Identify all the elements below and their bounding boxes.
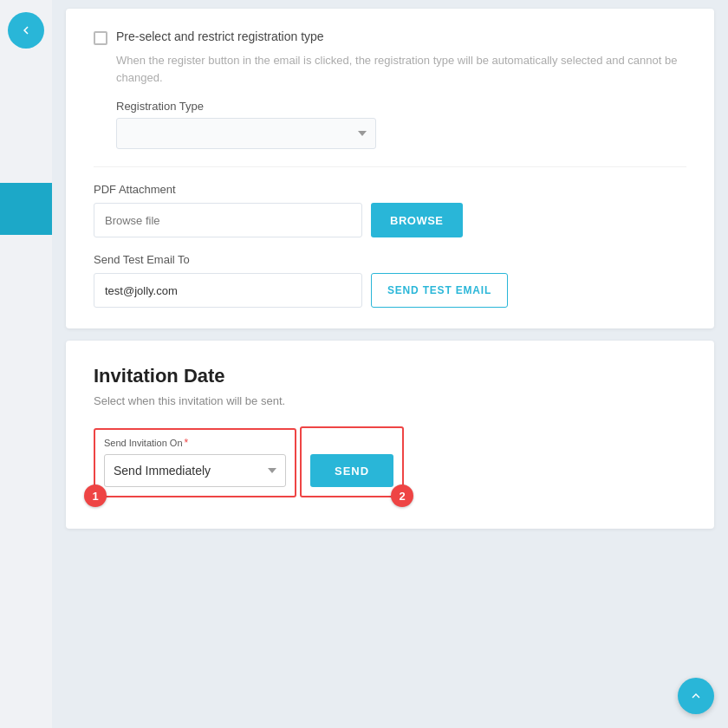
- browse-button[interactable]: BROWSE: [371, 203, 463, 237]
- pdf-label: PDF Attachment: [94, 183, 686, 196]
- preselect-row: Pre-select and restrict registration typ…: [94, 29, 686, 45]
- test-email-row: SEND TEST EMAIL: [94, 273, 686, 308]
- send-invitation-group: Send Invitation On * Send Immediately Sc…: [94, 426, 686, 497]
- required-star: *: [185, 437, 189, 449]
- send-btn-wrapper: SEND 2: [300, 426, 404, 497]
- send-on-select[interactable]: Send Immediately Schedule for later: [104, 454, 286, 487]
- reg-type-label: Registration Type: [116, 100, 686, 113]
- annotation-badge-1: 1: [84, 484, 107, 507]
- invitation-date-description: Select when this invitation will be sent…: [94, 394, 686, 407]
- pdf-attachment-section: PDF Attachment BROWSE: [94, 183, 686, 237]
- send-button[interactable]: SEND: [310, 454, 393, 487]
- preselect-checkbox[interactable]: [94, 31, 107, 45]
- sidebar: [0, 0, 52, 728]
- divider: [94, 166, 686, 167]
- send-on-label: Send Invitation On *: [104, 437, 286, 449]
- scroll-to-top-button[interactable]: [678, 678, 714, 714]
- annotation-badge-2: 2: [391, 484, 413, 507]
- sidebar-accent: [0, 183, 52, 235]
- back-button[interactable]: [8, 12, 44, 49]
- preselect-label: Pre-select and restrict registration typ…: [116, 29, 324, 43]
- send-on-field: Send Invitation On * Send Immediately Sc…: [94, 428, 296, 497]
- test-email-section: Send Test Email To SEND TEST EMAIL: [94, 253, 686, 308]
- test-email-label: Send Test Email To: [94, 253, 686, 266]
- main-content: Pre-select and restrict registration typ…: [52, 0, 728, 728]
- preselect-description: When the register button in the email is…: [116, 52, 686, 86]
- test-email-input[interactable]: [94, 273, 362, 308]
- invitation-date-title: Invitation Date: [94, 365, 686, 387]
- browse-input[interactable]: [94, 203, 362, 237]
- send-test-email-button[interactable]: SEND TEST EMAIL: [371, 273, 508, 308]
- settings-card: Pre-select and restrict registration typ…: [66, 9, 714, 328]
- invitation-date-card: Invitation Date Select when this invitat…: [66, 341, 714, 529]
- reg-type-select[interactable]: [116, 118, 376, 149]
- pdf-row: BROWSE: [94, 203, 686, 237]
